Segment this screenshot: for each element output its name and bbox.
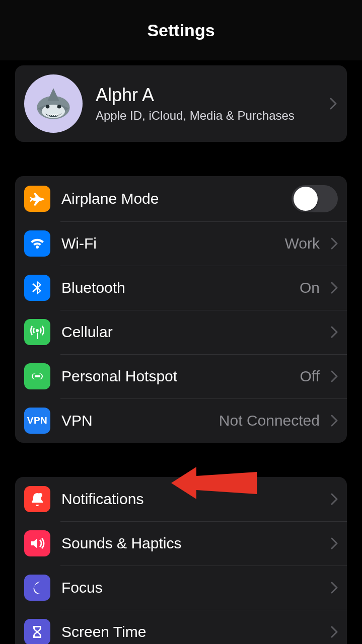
shark-avatar-icon <box>29 79 78 128</box>
chevron-right-icon <box>331 415 338 427</box>
focus-row[interactable]: Focus <box>15 566 347 610</box>
bluetooth-value: On <box>300 279 320 296</box>
hotspot-row[interactable]: Personal Hotspot Off <box>15 354 347 398</box>
airplane-mode-row[interactable]: Airplane Mode <box>15 176 347 221</box>
hotspot-value: Off <box>300 368 320 385</box>
general-group: Notifications Sounds & Haptics Focus Scr… <box>15 477 347 644</box>
wifi-value: Work <box>285 235 320 252</box>
vpn-badge-text: VPN <box>27 415 48 426</box>
header: Settings <box>0 0 362 60</box>
hourglass-icon <box>24 619 50 644</box>
chevron-right-icon <box>331 626 338 638</box>
vpn-icon: VPN <box>24 408 50 434</box>
sounds-label: Sounds & Haptics <box>61 535 327 552</box>
airplane-icon <box>24 186 50 212</box>
vpn-label: VPN <box>61 412 219 429</box>
speaker-icon <box>24 530 50 556</box>
chevron-right-icon <box>331 237 338 250</box>
vpn-value: Not Connected <box>219 412 320 429</box>
bluetooth-row[interactable]: Bluetooth On <box>15 266 347 310</box>
bluetooth-label: Bluetooth <box>61 279 300 296</box>
hotspot-icon <box>24 363 50 389</box>
cellular-icon <box>24 319 50 345</box>
svg-point-4 <box>38 493 42 497</box>
airplane-toggle[interactable] <box>292 185 338 212</box>
apple-id-row[interactable]: Alphr A Apple ID, iCloud, Media & Purcha… <box>15 65 347 142</box>
airplane-label: Airplane Mode <box>61 190 292 207</box>
bell-icon <box>24 486 50 512</box>
chevron-right-icon <box>331 282 338 294</box>
vpn-row[interactable]: VPN VPN Not Connected <box>15 398 347 443</box>
avatar <box>24 74 83 133</box>
toggle-knob <box>294 187 318 211</box>
profile-name: Alphr A <box>96 85 326 106</box>
network-group: Airplane Mode Wi-Fi Work Bluetooth On <box>15 176 347 443</box>
cellular-label: Cellular <box>61 324 327 341</box>
wifi-row[interactable]: Wi-Fi Work <box>15 221 347 266</box>
screentime-row[interactable]: Screen Time <box>15 610 347 644</box>
profile-subtitle: Apple ID, iCloud, Media & Purchases <box>96 109 326 123</box>
svg-point-2 <box>46 105 50 109</box>
bluetooth-icon <box>24 275 50 301</box>
svg-point-3 <box>57 105 61 109</box>
wifi-icon <box>24 230 50 257</box>
moon-icon <box>24 575 50 601</box>
chevron-right-icon <box>330 98 337 110</box>
hotspot-label: Personal Hotspot <box>61 368 300 385</box>
notifications-label: Notifications <box>61 491 327 508</box>
focus-label: Focus <box>61 579 327 596</box>
profile-text: Alphr A Apple ID, iCloud, Media & Purcha… <box>96 85 326 123</box>
cellular-row[interactable]: Cellular <box>15 310 347 354</box>
profile-group: Alphr A Apple ID, iCloud, Media & Purcha… <box>15 65 347 142</box>
sounds-row[interactable]: Sounds & Haptics <box>15 521 347 566</box>
chevron-right-icon <box>331 370 338 382</box>
screentime-label: Screen Time <box>61 623 327 640</box>
wifi-label: Wi-Fi <box>61 235 285 252</box>
notifications-row[interactable]: Notifications <box>15 477 347 521</box>
chevron-right-icon <box>331 326 338 338</box>
chevron-right-icon <box>331 582 338 594</box>
chevron-right-icon <box>331 537 338 549</box>
chevron-right-icon <box>331 493 338 505</box>
page-title: Settings <box>147 21 214 40</box>
